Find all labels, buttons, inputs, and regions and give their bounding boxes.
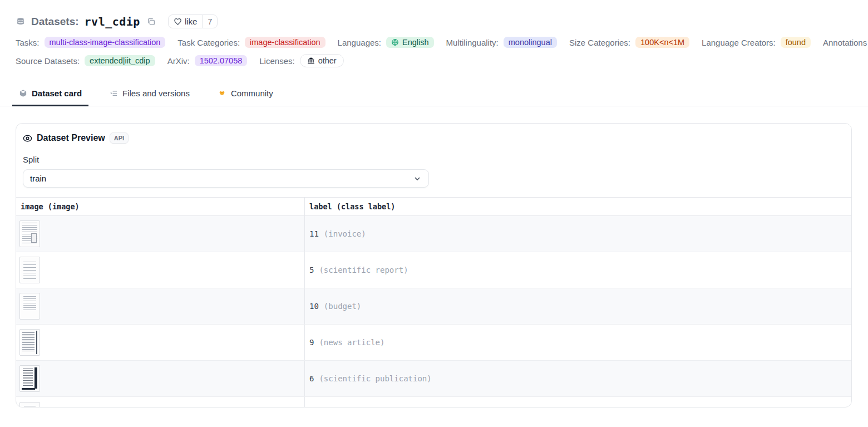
tag-label-tasks: Tasks: xyxy=(16,38,40,47)
scientific-report-document-thumbnail[interactable] xyxy=(19,257,40,283)
tab-community[interactable]: Community xyxy=(214,89,277,106)
tag-group-arxiv: ArXiv: 1502.07058 xyxy=(167,55,248,66)
tag-group-annotations-creators: Annotations Creators: found xyxy=(823,37,868,48)
label-name: (scientific report) xyxy=(319,266,408,274)
page-header: Datasets: rvl_cdip like 7 Tasks: multi-c… xyxy=(0,0,868,67)
tag-group-language-creators: Language Creators: found xyxy=(702,37,811,48)
table-row xyxy=(16,397,851,408)
tag-row-1: Tasks: multi-class-image-classification … xyxy=(16,37,852,48)
tab-bar: Dataset card Files and versions Communit… xyxy=(0,81,868,106)
tag-licenses-value[interactable]: other xyxy=(300,54,344,67)
label-value: 11 xyxy=(309,229,319,238)
files-versions-icon xyxy=(110,89,118,97)
tag-arxiv-value[interactable]: 1502.07058 xyxy=(195,55,248,66)
tag-label-arxiv: ArXiv: xyxy=(167,56,190,66)
invoice-document-thumbnail[interactable] xyxy=(19,220,40,247)
tag-label-annotations-creators: Annotations Creators: xyxy=(823,38,868,47)
main-content: Dataset Preview API Split train image (i… xyxy=(0,123,868,408)
tag-label-language-creators: Language Creators: xyxy=(702,38,776,47)
tab-dataset-card[interactable]: Dataset card xyxy=(16,89,85,106)
label-value: 9 xyxy=(309,338,314,347)
table-header: image (image) label (class label) xyxy=(16,198,851,216)
label-name: (news article) xyxy=(319,338,384,347)
label-value: 6 xyxy=(309,374,314,383)
table-row: 9 (news article) xyxy=(16,325,851,361)
tag-group-licenses: Licenses: other xyxy=(259,54,343,67)
label-name: (invoice) xyxy=(324,229,366,238)
tab-community-label: Community xyxy=(231,89,273,98)
split-select-value: train xyxy=(30,174,46,183)
label-name: (budget) xyxy=(324,302,361,311)
tag-row-2: Source Datasets: extended|iit_cdip ArXiv… xyxy=(16,54,852,67)
dataset-card-cube-icon xyxy=(19,89,27,97)
tag-label-source-datasets: Source Datasets: xyxy=(16,56,80,66)
tag-tasks-value[interactable]: multi-class-image-classification xyxy=(45,37,166,48)
api-badge[interactable]: API xyxy=(110,132,129,144)
budget-document-thumbnail[interactable] xyxy=(19,293,40,320)
license-bank-icon xyxy=(307,57,315,65)
label-name: (scientific publication) xyxy=(319,374,431,383)
tag-task-categories-value[interactable]: image-classification xyxy=(245,37,326,48)
tag-label-multilinguality: Multilinguality: xyxy=(446,38,499,47)
copy-icon[interactable] xyxy=(147,17,156,26)
preview-header: Dataset Preview API xyxy=(16,124,851,144)
globe-icon xyxy=(391,38,399,46)
community-hands-icon xyxy=(218,89,226,98)
preview-table: image (image) label (class label) 11 (in… xyxy=(16,197,851,408)
like-label: like xyxy=(185,17,198,26)
tag-label-size-categories: Size Categories: xyxy=(569,38,630,47)
like-count: 7 xyxy=(202,15,217,28)
tag-multilinguality-value[interactable]: monolingual xyxy=(504,37,557,48)
tag-group-size-categories: Size Categories: 100K<n<1M xyxy=(569,37,689,48)
tag-group-languages: Languages: English xyxy=(338,37,434,48)
split-label: Split xyxy=(23,155,851,164)
table-row: 11 (invoice) xyxy=(16,216,851,252)
table-body: 11 (invoice) 5 (scientific report) xyxy=(16,216,851,408)
table-row: 5 (scientific report) xyxy=(16,252,851,288)
table-row: 6 (scientific publication) xyxy=(16,361,851,397)
tag-label-task-categories: Task Categories: xyxy=(177,38,240,47)
tag-language-creators-value[interactable]: found xyxy=(781,37,811,48)
label-value: 10 xyxy=(309,302,319,311)
tag-group-task-categories: Task Categories: image-classification xyxy=(177,37,325,48)
dataset-name: rvl_cdip xyxy=(85,15,140,28)
tab-files-and-versions-label: Files and versions xyxy=(122,89,190,98)
tag-source-datasets-value[interactable]: extended|iit_cdip xyxy=(85,55,155,66)
datasets-section-label: Datasets: xyxy=(31,16,79,28)
news-article-document-thumbnail[interactable] xyxy=(19,329,40,356)
table-row: 10 (budget) xyxy=(16,288,851,325)
tag-label-licenses: Licenses: xyxy=(259,56,294,66)
label-value: 5 xyxy=(309,266,314,274)
tag-label-languages: Languages: xyxy=(338,38,381,47)
scientific-publication-document-thumbnail[interactable] xyxy=(19,365,40,392)
tab-dataset-card-label: Dataset card xyxy=(32,89,82,98)
heart-icon xyxy=(174,17,182,26)
tag-group-multilinguality: Multilinguality: monolingual xyxy=(446,37,557,48)
column-header-label: label (class label) xyxy=(305,198,851,215)
title-row: Datasets: rvl_cdip like 7 xyxy=(16,14,852,28)
tag-languages-value[interactable]: English xyxy=(386,37,434,48)
tab-files-and-versions[interactable]: Files and versions xyxy=(106,89,193,106)
tag-languages-text: English xyxy=(402,38,429,47)
document-thumbnail-partial[interactable] xyxy=(19,402,40,408)
split-select[interactable]: train xyxy=(23,169,429,188)
tag-group-tasks: Tasks: multi-class-image-classification xyxy=(16,37,165,48)
dataset-preview-card: Dataset Preview API Split train image (i… xyxy=(16,123,852,408)
tag-size-categories-value[interactable]: 100K<n<1M xyxy=(635,37,689,48)
chevron-down-icon xyxy=(413,174,422,183)
preview-title: Dataset Preview xyxy=(37,133,105,143)
tag-group-source-datasets: Source Datasets: extended|iit_cdip xyxy=(16,55,155,66)
tag-licenses-text: other xyxy=(318,56,337,65)
column-header-image: image (image) xyxy=(16,198,305,215)
datasets-database-icon xyxy=(16,17,26,27)
eye-icon xyxy=(23,134,32,143)
like-button[interactable]: like 7 xyxy=(168,14,218,28)
